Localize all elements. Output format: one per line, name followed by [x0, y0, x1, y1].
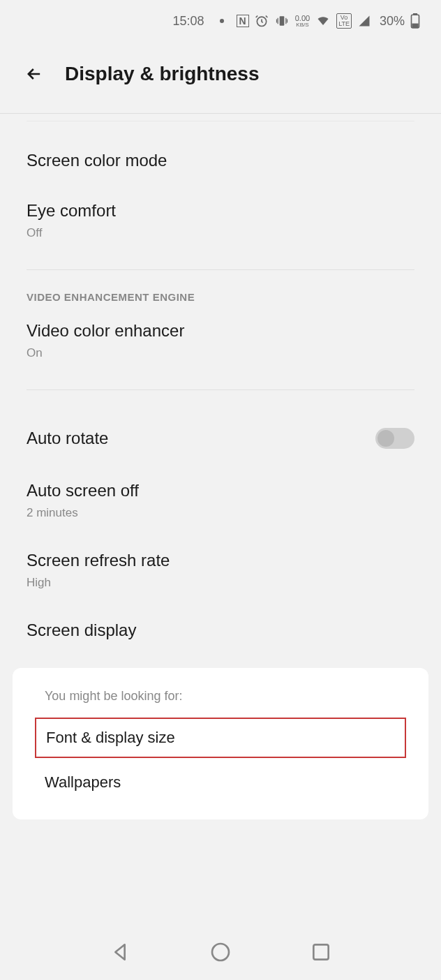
setting-screen-refresh-rate[interactable]: Screen refresh rate High: [0, 535, 441, 605]
svg-point-5: [212, 944, 229, 960]
svg-rect-6: [313, 944, 328, 959]
setting-title: Screen refresh rate: [27, 551, 414, 570]
suggestion-wallpapers[interactable]: Wallpapers: [45, 762, 396, 803]
back-arrow-icon[interactable]: [24, 64, 44, 84]
section-header-video: VIDEO ENHANCEMENT ENGINE: [0, 270, 441, 314]
battery-icon: [410, 13, 420, 29]
setting-title: Screen color mode: [27, 151, 414, 170]
setting-title: Eye comfort: [27, 201, 414, 221]
page-title: Display & brightness: [65, 63, 260, 85]
setting-title: Video color enhancer: [27, 321, 414, 341]
auto-rotate-toggle[interactable]: [375, 428, 414, 449]
suggestions-card: You might be looking for: Font & display…: [13, 668, 428, 819]
setting-auto-screen-off[interactable]: Auto screen off 2 minutes: [0, 466, 441, 535]
setting-auto-rotate[interactable]: Auto rotate: [0, 411, 441, 466]
status-time: 15:08: [173, 14, 204, 29]
setting-subtitle: Off: [27, 226, 414, 240]
data-speed-icon: 0.00 KB/S: [295, 15, 310, 28]
setting-video-color-enhancer[interactable]: Video color enhancer On: [0, 314, 441, 376]
setting-title: Auto rotate: [27, 429, 108, 448]
setting-title: Screen display: [27, 621, 414, 640]
setting-screen-color-mode[interactable]: Screen color mode: [0, 135, 441, 186]
vibrate-icon: [274, 14, 290, 28]
alarm-icon: [255, 14, 269, 28]
status-dot-icon: [220, 19, 224, 23]
nav-back-icon[interactable]: [109, 941, 131, 963]
toggle-knob-icon: [378, 430, 394, 447]
wifi-icon: [315, 15, 331, 27]
nav-home-icon[interactable]: [209, 941, 232, 963]
setting-screen-display[interactable]: Screen display: [0, 605, 441, 655]
setting-eye-comfort[interactable]: Eye comfort Off: [0, 186, 441, 255]
signal-icon: [357, 15, 371, 27]
battery-percent: 30%: [380, 14, 405, 29]
nav-recent-icon[interactable]: [310, 941, 332, 963]
settings-content: Screen color mode Eye comfort Off VIDEO …: [0, 121, 441, 819]
divider: [0, 113, 441, 114]
svg-rect-3: [414, 13, 417, 15]
nfc-icon: N: [237, 15, 249, 27]
setting-title: Auto screen off: [27, 481, 414, 500]
svg-rect-4: [412, 24, 418, 27]
page-header: Display & brightness: [0, 42, 441, 113]
suggestions-header: You might be looking for:: [13, 689, 428, 718]
setting-subtitle: On: [27, 346, 414, 360]
suggestion-font-display-size[interactable]: Font & display size: [35, 718, 406, 758]
setting-subtitle: 2 minutes: [27, 506, 414, 520]
navigation-bar: [0, 924, 441, 980]
status-bar: 15:08 N 0.00 KB/S VoLTE 30%: [0, 0, 441, 42]
volte-icon: VoLTE: [336, 13, 352, 29]
setting-subtitle: High: [27, 576, 414, 590]
svg-rect-1: [279, 16, 284, 25]
status-icons: N 0.00 KB/S VoLTE 30%: [237, 13, 420, 29]
